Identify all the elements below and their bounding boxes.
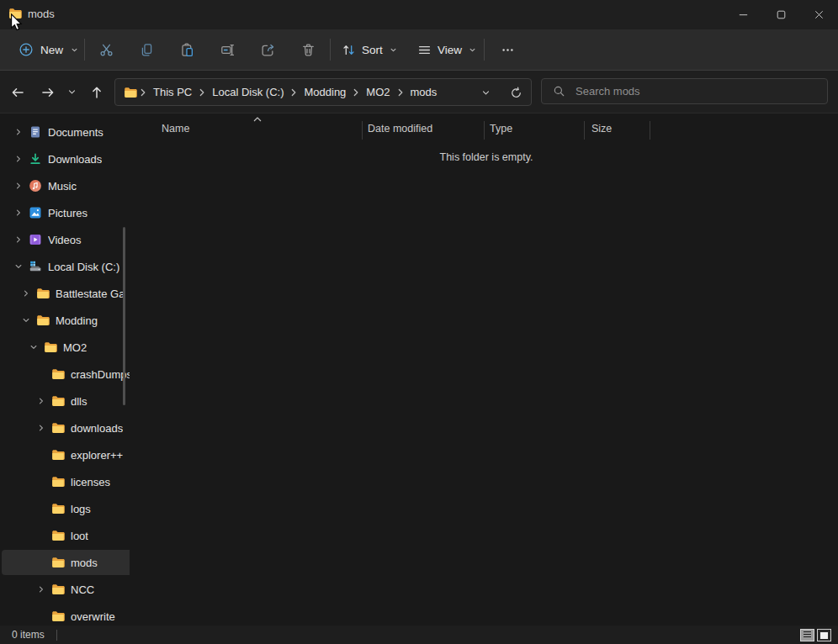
folder-icon (124, 86, 137, 99)
sidebar-item-mo2[interactable]: MO2 (2, 335, 130, 360)
folder-icon (51, 367, 65, 381)
chevron-right-icon[interactable] (12, 125, 25, 139)
maximize-icon (775, 8, 788, 21)
folder-icon (51, 583, 65, 596)
chevron-right-icon[interactable] (12, 233, 25, 246)
sidebar-item-crashdumps[interactable]: crashDumps (2, 362, 130, 387)
sidebar-item-label: loot (71, 530, 88, 542)
documents-icon (29, 125, 42, 139)
expander-placeholder (34, 610, 48, 623)
breadcrumb-item[interactable]: MO2 (362, 83, 394, 101)
close-icon (813, 8, 825, 21)
copy-icon (140, 43, 154, 57)
rename-icon (220, 43, 235, 57)
sidebar-item-battlestate-ga[interactable]: Battlestate Ga (2, 281, 130, 306)
chevron-right-icon[interactable] (12, 206, 25, 219)
view-icon (417, 43, 432, 57)
sidebar-item-logs[interactable]: logs (2, 496, 130, 521)
breadcrumb-item[interactable]: Modding (300, 83, 350, 101)
column-header-date-modified[interactable]: Date modified (368, 123, 432, 135)
status-divider (56, 630, 57, 641)
sidebar-item-ncc[interactable]: NCC (2, 577, 130, 602)
forward-button[interactable] (36, 81, 59, 103)
delete-button[interactable] (292, 34, 324, 65)
refresh-button[interactable] (506, 82, 526, 103)
sidebar-item-documents[interactable]: Documents (2, 119, 126, 145)
search-icon (553, 85, 565, 98)
details-view-toggle[interactable] (800, 629, 814, 641)
sidebar-item-downloads[interactable]: downloads (2, 415, 130, 441)
sidebar-item-label: Pictures (48, 207, 88, 219)
new-button[interactable]: New (12, 36, 86, 63)
sidebar-item-pictures[interactable]: Pictures (2, 200, 126, 225)
sort-button[interactable]: Sort (335, 36, 405, 63)
sidebar-item-music[interactable]: Music (2, 173, 126, 198)
toolbar-divider (330, 39, 331, 61)
chevron-right-icon[interactable] (34, 583, 48, 596)
sidebar-item-label: explorer++ (71, 449, 123, 462)
large-icons-view-toggle[interactable] (817, 629, 831, 641)
maximize-button[interactable] (762, 0, 800, 29)
sidebar-item-explorer-[interactable]: explorer++ (2, 442, 130, 467)
breadcrumb-item[interactable]: Local Disk (C:) (208, 83, 288, 101)
column-header-size[interactable]: Size (591, 123, 612, 135)
copy-button[interactable] (130, 34, 162, 65)
folder-icon (51, 502, 65, 515)
sidebar-scrollbar[interactable] (123, 227, 125, 405)
sidebar-item-mods[interactable]: mods (2, 550, 130, 575)
details-view-icon (804, 631, 811, 639)
cut-button[interactable] (90, 34, 122, 65)
sidebar-item-licenses[interactable]: licenses (2, 469, 130, 494)
folder-icon (51, 556, 65, 569)
column-divider[interactable] (484, 121, 485, 140)
chevron-down-icon[interactable] (12, 260, 25, 273)
window-title: mods (28, 8, 55, 20)
sidebar-item-loot[interactable]: loot (2, 523, 130, 548)
column-divider[interactable] (362, 121, 363, 140)
search-box[interactable] (541, 78, 828, 104)
up-button[interactable] (85, 81, 108, 103)
address-bar[interactable]: This PCLocal Disk (C:)ModdingMO2mods (114, 78, 532, 106)
chevron-down-icon (66, 87, 77, 98)
address-dropdown-button[interactable] (475, 82, 496, 103)
breadcrumb-chevron-icon (350, 87, 362, 98)
chevron-down-icon[interactable] (19, 314, 33, 327)
item-count: 0 items (12, 629, 45, 641)
folder-icon (44, 340, 57, 354)
breadcrumb-chevron-icon (196, 87, 208, 98)
column-divider[interactable] (650, 121, 650, 140)
sidebar-item-downloads[interactable]: Downloads (2, 146, 126, 172)
recent-locations-button[interactable] (62, 81, 81, 103)
back-button[interactable] (6, 81, 29, 103)
column-header-name[interactable]: Name (162, 123, 189, 135)
paste-button[interactable] (171, 34, 203, 65)
share-button[interactable] (252, 34, 284, 65)
chevron-down-icon[interactable] (27, 340, 40, 354)
navigation-pane: DocumentsDownloadsMusicPicturesVideosLoc… (0, 113, 130, 626)
sidebar-item-local-disk-c-[interactable]: Local Disk (C:) (2, 254, 126, 279)
chevron-right-icon[interactable] (12, 152, 25, 166)
column-divider[interactable] (584, 121, 585, 140)
folder-icon (36, 287, 50, 300)
minimize-button[interactable] (724, 0, 762, 29)
chevron-down-icon (468, 45, 477, 55)
sidebar-item-dlls[interactable]: dlls (2, 388, 130, 414)
close-button[interactable] (800, 0, 838, 29)
folder-icon (36, 314, 50, 327)
sidebar-item-label: NCC (71, 583, 94, 596)
sidebar-item-videos[interactable]: Videos (2, 227, 126, 252)
chevron-right-icon[interactable] (34, 394, 48, 408)
more-options-button[interactable] (491, 34, 523, 65)
view-button[interactable]: View (411, 36, 484, 63)
arrow-left-icon (10, 85, 25, 100)
rename-button[interactable] (211, 34, 243, 65)
chevron-right-icon[interactable] (12, 179, 25, 193)
breadcrumb-item[interactable]: This PC (149, 83, 196, 101)
sidebar-item-overwrite[interactable]: overwrite (2, 604, 130, 626)
search-input[interactable] (574, 84, 827, 98)
sidebar-item-modding[interactable]: Modding (2, 308, 130, 333)
breadcrumb-item[interactable]: mods (406, 83, 442, 101)
column-header-type[interactable]: Type (490, 123, 512, 135)
chevron-right-icon[interactable] (34, 421, 48, 435)
chevron-right-icon[interactable] (19, 287, 33, 300)
